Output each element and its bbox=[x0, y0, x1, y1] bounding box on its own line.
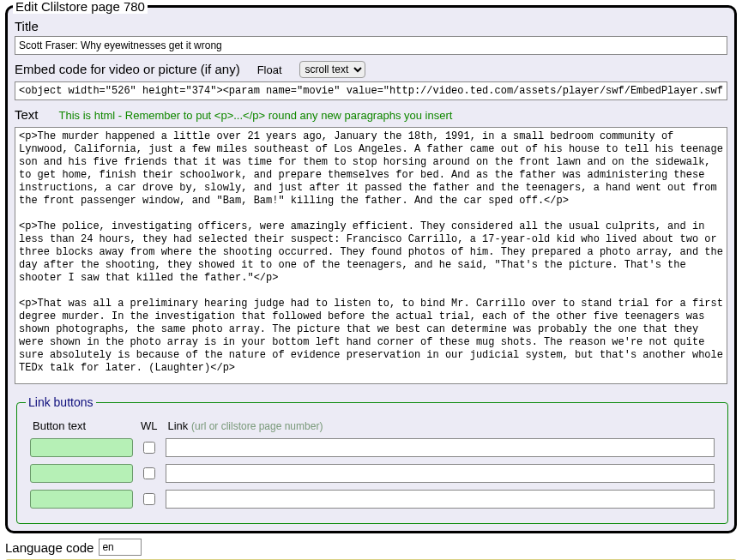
text-label: Text bbox=[15, 107, 39, 122]
button-text-input[interactable] bbox=[30, 490, 133, 509]
embed-input[interactable] bbox=[15, 81, 727, 100]
wl-checkbox[interactable] bbox=[143, 442, 155, 454]
language-input[interactable] bbox=[99, 539, 142, 556]
link-url-input[interactable] bbox=[166, 438, 715, 457]
title-input[interactable] bbox=[15, 36, 727, 55]
col-link: Link (url or clilstore page number) bbox=[165, 419, 715, 432]
float-select[interactable]: scroll text bbox=[299, 61, 365, 78]
link-row bbox=[29, 489, 715, 509]
bottom-controls: Language code Learner level (CEFR) Unspe… bbox=[5, 539, 737, 560]
link-buttons-table: Button text WL Link (url or clilstore pa… bbox=[26, 414, 719, 515]
text-hint: This is html - Remember to put <p>...</p… bbox=[59, 109, 453, 122]
language-label: Language code bbox=[5, 540, 94, 555]
link-url-input[interactable] bbox=[166, 464, 715, 483]
edit-page-panel: Edit Clilstore page 780 Title Embed code… bbox=[5, 5, 737, 533]
wl-checkbox[interactable] bbox=[143, 493, 155, 505]
title-label: Title bbox=[15, 19, 727, 33]
text-textarea[interactable] bbox=[15, 127, 727, 384]
button-text-input[interactable] bbox=[30, 464, 133, 483]
button-text-input[interactable] bbox=[30, 438, 133, 457]
link-buttons-legend: Link buttons bbox=[26, 395, 96, 409]
float-label: Float bbox=[257, 63, 282, 76]
link-row bbox=[29, 463, 715, 484]
col-button-text: Button text bbox=[29, 419, 134, 432]
link-row bbox=[29, 437, 715, 458]
col-wl: WL bbox=[137, 419, 161, 432]
wl-checkbox[interactable] bbox=[143, 467, 155, 479]
panel-legend: Edit Clilstore page 780 bbox=[13, 0, 148, 14]
link-url-input[interactable] bbox=[166, 490, 715, 509]
embed-label: Embed code for video or picture (if any) bbox=[15, 62, 240, 76]
link-buttons-fieldset: Link buttons Button text WL Link (url or… bbox=[16, 395, 728, 524]
